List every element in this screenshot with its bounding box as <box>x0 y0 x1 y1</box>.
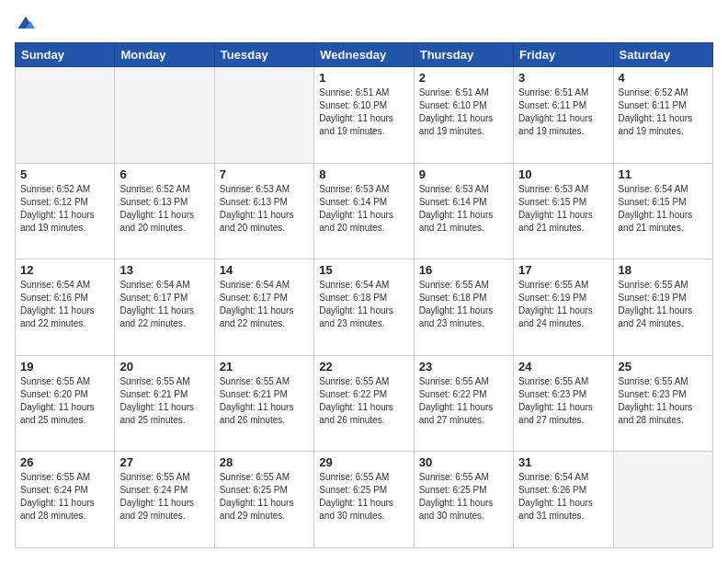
day-info: Sunrise: 6:55 AM Sunset: 6:18 PM Dayligh… <box>419 279 508 330</box>
day-info: Sunrise: 6:55 AM Sunset: 6:19 PM Dayligh… <box>518 279 608 330</box>
day-number: 30 <box>419 455 508 469</box>
calendar-cell <box>214 67 313 164</box>
calendar-cell: 18Sunrise: 6:55 AM Sunset: 6:19 PM Dayli… <box>613 259 712 356</box>
day-info: Sunrise: 6:55 AM Sunset: 6:19 PM Dayligh… <box>619 279 708 330</box>
calendar-cell: 25Sunrise: 6:55 AM Sunset: 6:23 PM Dayli… <box>613 355 712 452</box>
day-info: Sunrise: 6:53 AM Sunset: 6:14 PM Dayligh… <box>419 183 508 235</box>
calendar-cell: 9Sunrise: 6:53 AM Sunset: 6:14 PM Daylig… <box>414 163 513 259</box>
day-number: 12 <box>20 263 109 277</box>
calendar-cell <box>115 67 214 164</box>
day-number: 23 <box>419 360 508 373</box>
day-info: Sunrise: 6:51 AM Sunset: 6:10 PM Dayligh… <box>319 86 408 138</box>
day-number: 2 <box>419 71 508 85</box>
day-number: 16 <box>419 263 508 277</box>
day-info: Sunrise: 6:53 AM Sunset: 6:15 PM Dayligh… <box>518 183 608 235</box>
day-number: 26 <box>20 455 109 469</box>
day-info: Sunrise: 6:55 AM Sunset: 6:23 PM Dayligh… <box>619 375 708 427</box>
header <box>15 15 713 33</box>
logo <box>15 15 35 33</box>
calendar-cell <box>613 452 712 548</box>
day-info: Sunrise: 6:52 AM Sunset: 6:12 PM Dayligh… <box>20 183 109 235</box>
calendar-cell: 17Sunrise: 6:55 AM Sunset: 6:19 PM Dayli… <box>514 259 613 356</box>
day-info: Sunrise: 6:55 AM Sunset: 6:23 PM Dayligh… <box>518 375 608 427</box>
day-number: 13 <box>119 263 209 277</box>
day-header-saturday: Saturday <box>613 43 712 67</box>
day-info: Sunrise: 6:55 AM Sunset: 6:25 PM Dayligh… <box>319 471 408 523</box>
day-number: 22 <box>319 360 408 373</box>
day-info: Sunrise: 6:55 AM Sunset: 6:22 PM Dayligh… <box>319 375 408 427</box>
calendar-cell: 19Sunrise: 6:55 AM Sunset: 6:20 PM Dayli… <box>16 355 115 452</box>
calendar-cell: 26Sunrise: 6:55 AM Sunset: 6:24 PM Dayli… <box>16 452 115 548</box>
day-number: 20 <box>119 360 209 373</box>
day-number: 24 <box>518 360 608 373</box>
day-header-thursday: Thursday <box>414 43 513 67</box>
calendar-cell: 24Sunrise: 6:55 AM Sunset: 6:23 PM Dayli… <box>514 355 613 452</box>
day-header-friday: Friday <box>514 43 613 67</box>
day-number: 4 <box>619 71 708 85</box>
day-number: 29 <box>319 455 408 469</box>
day-number: 1 <box>319 71 408 85</box>
calendar-cell: 30Sunrise: 6:55 AM Sunset: 6:25 PM Dayli… <box>414 452 513 548</box>
day-info: Sunrise: 6:55 AM Sunset: 6:21 PM Dayligh… <box>119 375 209 427</box>
calendar-cell <box>16 67 115 164</box>
day-number: 17 <box>518 263 608 277</box>
calendar-cell: 14Sunrise: 6:54 AM Sunset: 6:17 PM Dayli… <box>214 259 313 356</box>
calendar-cell: 23Sunrise: 6:55 AM Sunset: 6:22 PM Dayli… <box>414 355 513 452</box>
day-info: Sunrise: 6:55 AM Sunset: 6:25 PM Dayligh… <box>419 471 508 523</box>
day-info: Sunrise: 6:55 AM Sunset: 6:24 PM Dayligh… <box>20 471 109 523</box>
calendar-cell: 12Sunrise: 6:54 AM Sunset: 6:16 PM Dayli… <box>16 259 115 356</box>
day-info: Sunrise: 6:55 AM Sunset: 6:22 PM Dayligh… <box>419 375 508 427</box>
day-header-wednesday: Wednesday <box>314 43 414 67</box>
day-info: Sunrise: 6:53 AM Sunset: 6:14 PM Dayligh… <box>319 183 408 235</box>
day-info: Sunrise: 6:54 AM Sunset: 6:16 PM Dayligh… <box>20 279 109 330</box>
page: SundayMondayTuesdayWednesdayThursdayFrid… <box>0 0 728 563</box>
calendar-cell: 27Sunrise: 6:55 AM Sunset: 6:24 PM Dayli… <box>115 452 214 548</box>
day-number: 25 <box>619 360 708 373</box>
calendar-cell: 20Sunrise: 6:55 AM Sunset: 6:21 PM Dayli… <box>115 355 214 452</box>
calendar-cell: 3Sunrise: 6:51 AM Sunset: 6:11 PM Daylig… <box>514 67 613 164</box>
day-number: 7 <box>220 167 309 181</box>
day-info: Sunrise: 6:52 AM Sunset: 6:13 PM Dayligh… <box>119 183 209 235</box>
day-header-tuesday: Tuesday <box>214 43 313 67</box>
day-number: 28 <box>220 455 309 469</box>
day-number: 3 <box>518 71 608 85</box>
calendar-cell: 16Sunrise: 6:55 AM Sunset: 6:18 PM Dayli… <box>414 259 513 356</box>
calendar-cell: 31Sunrise: 6:54 AM Sunset: 6:26 PM Dayli… <box>514 452 613 548</box>
day-number: 21 <box>220 360 309 373</box>
day-info: Sunrise: 6:55 AM Sunset: 6:21 PM Dayligh… <box>220 375 309 427</box>
calendar-cell: 10Sunrise: 6:53 AM Sunset: 6:15 PM Dayli… <box>514 163 613 259</box>
calendar-cell: 29Sunrise: 6:55 AM Sunset: 6:25 PM Dayli… <box>314 452 414 548</box>
calendar-cell: 22Sunrise: 6:55 AM Sunset: 6:22 PM Dayli… <box>314 355 414 452</box>
calendar-table: SundayMondayTuesdayWednesdayThursdayFrid… <box>15 42 713 548</box>
week-row-4: 19Sunrise: 6:55 AM Sunset: 6:20 PM Dayli… <box>16 355 713 452</box>
day-number: 10 <box>518 167 608 181</box>
calendar-cell: 21Sunrise: 6:55 AM Sunset: 6:21 PM Dayli… <box>214 355 313 452</box>
day-number: 31 <box>518 455 608 469</box>
calendar-cell: 2Sunrise: 6:51 AM Sunset: 6:10 PM Daylig… <box>414 67 513 164</box>
calendar-cell: 28Sunrise: 6:55 AM Sunset: 6:25 PM Dayli… <box>214 452 313 548</box>
calendar-cell: 4Sunrise: 6:52 AM Sunset: 6:11 PM Daylig… <box>613 67 712 164</box>
day-number: 6 <box>119 167 209 181</box>
day-number: 5 <box>20 167 109 181</box>
day-info: Sunrise: 6:54 AM Sunset: 6:17 PM Dayligh… <box>220 279 309 330</box>
calendar-cell: 1Sunrise: 6:51 AM Sunset: 6:10 PM Daylig… <box>314 67 414 164</box>
day-info: Sunrise: 6:54 AM Sunset: 6:26 PM Dayligh… <box>518 471 608 523</box>
day-info: Sunrise: 6:51 AM Sunset: 6:10 PM Dayligh… <box>419 86 508 138</box>
week-row-1: 1Sunrise: 6:51 AM Sunset: 6:10 PM Daylig… <box>16 67 713 164</box>
day-number: 15 <box>319 263 408 277</box>
day-info: Sunrise: 6:54 AM Sunset: 6:17 PM Dayligh… <box>119 279 209 330</box>
day-number: 18 <box>619 263 708 277</box>
week-row-3: 12Sunrise: 6:54 AM Sunset: 6:16 PM Dayli… <box>16 259 713 356</box>
day-number: 14 <box>220 263 309 277</box>
header-row: SundayMondayTuesdayWednesdayThursdayFrid… <box>16 43 713 67</box>
week-row-5: 26Sunrise: 6:55 AM Sunset: 6:24 PM Dayli… <box>16 452 713 548</box>
calendar-cell: 11Sunrise: 6:54 AM Sunset: 6:15 PM Dayli… <box>613 163 712 259</box>
calendar-cell: 7Sunrise: 6:53 AM Sunset: 6:13 PM Daylig… <box>214 163 313 259</box>
day-number: 8 <box>319 167 408 181</box>
day-info: Sunrise: 6:55 AM Sunset: 6:25 PM Dayligh… <box>220 471 309 523</box>
day-info: Sunrise: 6:52 AM Sunset: 6:11 PM Dayligh… <box>619 86 708 138</box>
week-row-2: 5Sunrise: 6:52 AM Sunset: 6:12 PM Daylig… <box>16 163 713 259</box>
calendar-cell: 6Sunrise: 6:52 AM Sunset: 6:13 PM Daylig… <box>115 163 214 259</box>
calendar-cell: 8Sunrise: 6:53 AM Sunset: 6:14 PM Daylig… <box>314 163 414 259</box>
calendar-cell: 13Sunrise: 6:54 AM Sunset: 6:17 PM Dayli… <box>115 259 214 356</box>
